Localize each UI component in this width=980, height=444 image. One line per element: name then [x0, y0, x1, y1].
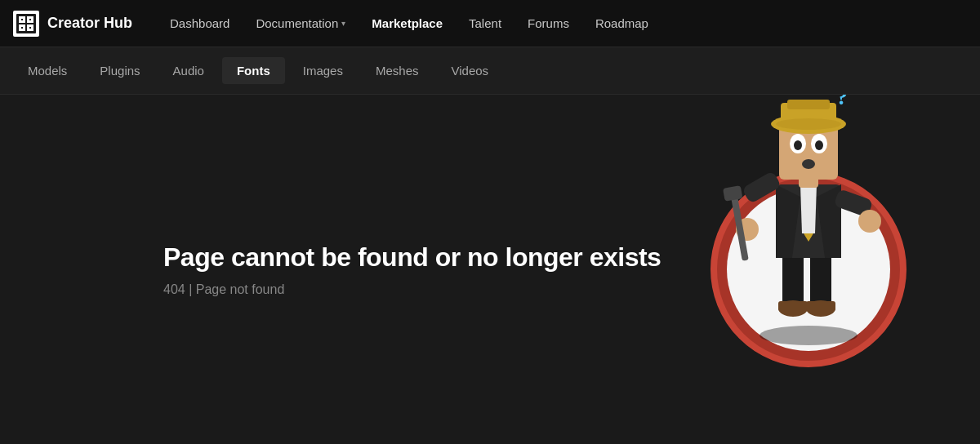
- svg-point-38: [802, 159, 815, 169]
- svg-rect-9: [29, 27, 31, 29]
- svg-point-10: [760, 326, 858, 345]
- illustration-area: ?: [670, 95, 947, 444]
- svg-rect-26: [742, 171, 782, 204]
- svg-rect-15: [778, 301, 808, 311]
- svg-marker-25: [800, 184, 817, 233]
- logo-link[interactable]: Creator Hub: [13, 11, 132, 37]
- subnav-images[interactable]: Images: [288, 57, 358, 84]
- subnav-audio[interactable]: Audio: [158, 57, 219, 84]
- svg-point-37: [815, 140, 823, 150]
- nav-marketplace[interactable]: Marketplace: [360, 10, 454, 37]
- svg-rect-7: [29, 19, 31, 20]
- roblox-character-illustration: ?: [719, 95, 898, 351]
- error-title: Page cannot be found or no longer exists: [163, 242, 661, 273]
- nav-roadmap[interactable]: Roadmap: [584, 10, 660, 37]
- svg-rect-16: [806, 301, 835, 311]
- subnav-models[interactable]: Models: [13, 57, 82, 84]
- nav-dashboard[interactable]: Dashboard: [158, 10, 241, 37]
- character-svg: ?: [719, 95, 898, 348]
- top-navigation: Creator Hub Dashboard Documentation ▾ Ma…: [0, 0, 980, 47]
- error-text-area: Page cannot be found or no longer exists…: [0, 242, 661, 297]
- sub-navigation: Models Plugins Audio Fonts Images Meshes…: [0, 47, 980, 95]
- subnav-meshes[interactable]: Meshes: [361, 57, 434, 84]
- nav-forums[interactable]: Forums: [516, 10, 581, 37]
- svg-rect-41: [787, 100, 830, 109]
- svg-rect-11: [782, 250, 804, 307]
- top-nav-links: Dashboard Documentation ▾ Marketplace Ta…: [158, 10, 967, 37]
- subnav-videos[interactable]: Videos: [437, 57, 504, 84]
- roblox-logo-icon: [13, 11, 39, 37]
- error-subtitle: 404 | Page not found: [163, 282, 661, 297]
- svg-rect-12: [810, 250, 831, 307]
- svg-point-43: [776, 118, 841, 130]
- documentation-chevron-icon: ▾: [341, 19, 345, 28]
- svg-rect-8: [21, 27, 23, 29]
- svg-text:?: ?: [836, 95, 848, 109]
- nav-talent[interactable]: Talent: [457, 10, 513, 37]
- main-content: Page cannot be found or no longer exists…: [0, 95, 980, 444]
- subnav-plugins[interactable]: Plugins: [85, 57, 154, 84]
- svg-rect-29: [723, 185, 742, 202]
- svg-point-36: [794, 140, 802, 150]
- svg-point-31: [858, 210, 881, 233]
- nav-documentation[interactable]: Documentation ▾: [244, 10, 357, 37]
- brand-name: Creator Hub: [47, 15, 132, 32]
- svg-rect-6: [21, 19, 23, 20]
- subnav-fonts[interactable]: Fonts: [222, 57, 285, 84]
